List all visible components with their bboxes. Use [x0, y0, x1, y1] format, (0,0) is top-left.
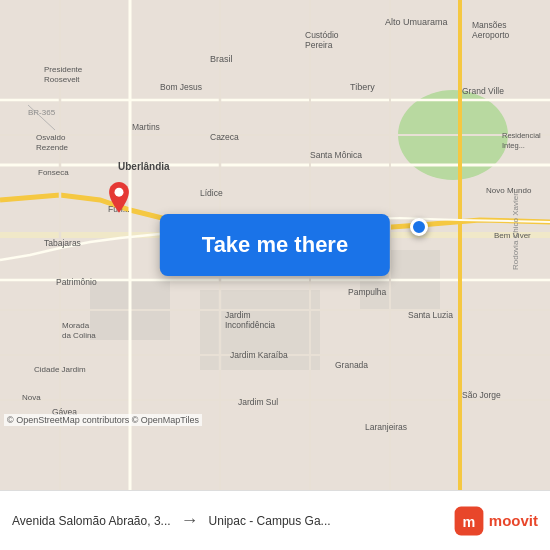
svg-text:Roosevelt: Roosevelt [44, 75, 80, 84]
svg-text:Tibery: Tibery [350, 82, 375, 92]
svg-text:m: m [462, 513, 475, 529]
svg-text:Pereira: Pereira [305, 40, 333, 50]
svg-text:Rodovia Chico Xavier: Rodovia Chico Xavier [511, 193, 520, 270]
svg-text:Cazeca: Cazeca [210, 132, 239, 142]
svg-text:Nova: Nova [22, 393, 41, 402]
svg-text:Fonseca: Fonseca [38, 168, 69, 177]
svg-text:Cidade Jardim: Cidade Jardim [34, 365, 86, 374]
moovit-logo: m moovit [453, 505, 538, 537]
svg-text:Osvaldo: Osvaldo [36, 133, 66, 142]
route-origin: Avenida Salomão Abraão, 3... [12, 514, 171, 528]
moovit-text: moovit [489, 512, 538, 529]
svg-text:Santa Luzia: Santa Luzia [408, 310, 453, 320]
svg-text:Mansões: Mansões [472, 20, 507, 30]
svg-text:Pampulha: Pampulha [348, 287, 387, 297]
svg-text:Bom Jesus: Bom Jesus [160, 82, 202, 92]
destination-marker [105, 182, 133, 222]
take-me-there-button[interactable]: Take me there [160, 214, 390, 276]
svg-text:Granada: Granada [335, 360, 368, 370]
svg-text:da Colina: da Colina [62, 331, 96, 340]
app: Alto Umuarama Custódio Pereira Mansões A… [0, 0, 550, 550]
svg-text:Presidente: Presidente [44, 65, 83, 74]
svg-text:Lídice: Lídice [200, 188, 223, 198]
svg-text:Novo Mundo: Novo Mundo [486, 186, 532, 195]
svg-text:Laranjeiras: Laranjeiras [365, 422, 407, 432]
svg-text:Jardim: Jardim [225, 310, 251, 320]
svg-text:Martins: Martins [132, 122, 160, 132]
map-attribution: © OpenStreetMap contributors © OpenMapTi… [4, 414, 202, 426]
svg-text:Rezende: Rezende [36, 143, 69, 152]
svg-text:Tabajaras: Tabajaras [44, 238, 81, 248]
svg-point-64 [115, 188, 124, 197]
map-container: Alto Umuarama Custódio Pereira Mansões A… [0, 0, 550, 490]
route-arrow: → [181, 510, 199, 531]
route-destination: Unipac - Campus Ga... [209, 514, 331, 528]
svg-text:Uberlândia: Uberlândia [118, 161, 170, 172]
svg-text:Brasil: Brasil [210, 54, 233, 64]
svg-text:Aeroporto: Aeroporto [472, 30, 510, 40]
svg-text:Jardim Sul: Jardim Sul [238, 397, 278, 407]
svg-text:São Jorge: São Jorge [462, 390, 501, 400]
svg-text:Custódio: Custódio [305, 30, 339, 40]
svg-text:Patrimônio: Patrimônio [56, 277, 97, 287]
svg-text:Santa Mônica: Santa Mônica [310, 150, 362, 160]
svg-text:Alto Umuarama: Alto Umuarama [385, 17, 448, 27]
svg-text:Inconfidência: Inconfidência [225, 320, 275, 330]
origin-marker [410, 218, 428, 236]
svg-text:Grand Ville: Grand Ville [462, 86, 504, 96]
svg-text:Integ...: Integ... [502, 141, 525, 150]
svg-text:Residencial: Residencial [502, 131, 541, 140]
svg-text:Jardim Karaíba: Jardim Karaíba [230, 350, 288, 360]
moovit-icon: m [453, 505, 485, 537]
route-info: Avenida Salomão Abraão, 3... → Unipac - … [12, 510, 453, 531]
bottom-bar: Avenida Salomão Abraão, 3... → Unipac - … [0, 490, 550, 550]
svg-text:Morada: Morada [62, 321, 90, 330]
